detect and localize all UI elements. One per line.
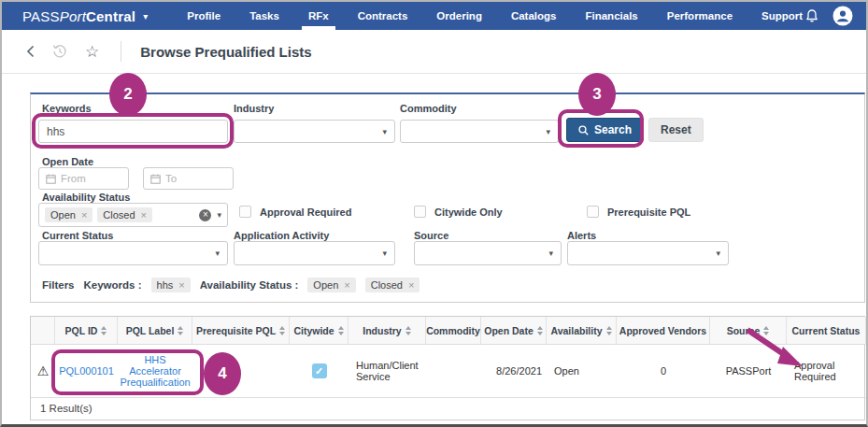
row-industry-cell: Human/Client Service [349,345,426,397]
step-4-badge: 4 [204,352,241,395]
chevron-down-icon: ▾ [382,127,387,136]
column-header-prerequisite-pql[interactable]: Prerequisite PQL [192,317,290,345]
commodity-select[interactable]: ▾ [400,120,559,143]
remove-chip-icon[interactable]: × [81,209,87,221]
nav-item-support[interactable]: Support [760,3,804,29]
clear-all-icon[interactable]: × [199,209,211,221]
sort-icon[interactable] [606,326,612,335]
citywide-checked-checkbox[interactable]: ✓ [312,363,327,378]
filters-title: Filters [42,279,75,291]
chevron-down-icon: ▾ [215,249,220,258]
open-date-to-input[interactable]: To [143,167,234,190]
nav-item-performance[interactable]: Performance [665,3,734,29]
logo-text-pass: PASS [22,8,60,24]
column-header-current-status[interactable]: Current Status [787,317,866,345]
filter-chip-open: Open × [307,278,355,292]
column-header-alert [31,317,55,345]
pql-label-link[interactable]: HHS Accelerator Prequalification [120,354,190,388]
results-count: 1 Result(s) [31,397,866,420]
column-header-availability[interactable]: Availability [547,317,617,345]
availability-status-label: Availability Status [42,192,130,203]
logo-dropdown-caret-icon[interactable]: ▾ [143,11,148,21]
title-toolbar: ☆ Browse Prequalified Lists [2,30,866,74]
current-status-label: Current Status [42,230,113,241]
pql-id-link[interactable]: PQL000101 [59,365,114,377]
sort-icon[interactable] [279,326,285,335]
logo-text-port: Port [60,8,86,24]
chip-label: Open [50,209,76,221]
sort-icon[interactable] [763,326,769,335]
column-header-pql-id[interactable]: PQL ID [55,317,118,345]
current-status-select[interactable]: ▾ [38,241,228,265]
approval-required-checkbox[interactable] [239,206,251,218]
passport-central-logo[interactable]: PASSPortCentral ▾ [22,8,148,24]
chip-label: Closed [371,279,403,291]
source-select[interactable]: ▾ [414,241,562,265]
industry-select[interactable]: ▾ [234,120,395,143]
column-header-commodity[interactable]: Commodity [426,317,481,345]
main-menu: Profile Tasks RFx Contracts Ordering Cat… [185,3,804,29]
chevron-down-icon: ▾ [546,127,550,136]
sort-icon[interactable] [537,326,543,335]
step-2-badge: 2 [109,73,147,116]
remove-chip-icon[interactable]: × [344,279,349,291]
nav-item-financials[interactable]: Financials [583,3,639,29]
row-citywide-cell: ✓ [290,345,349,397]
application-window: PASSPortCentral ▾ Profile Tasks RFx Cont… [0,0,868,427]
filters-keywords-label: Keywords : [84,279,142,291]
application-activity-select[interactable]: ▾ [234,241,395,265]
remove-chip-icon[interactable]: × [141,209,147,221]
nav-item-contracts[interactable]: Contracts [356,3,410,29]
notifications-bell-icon[interactable] [804,8,819,24]
history-icon[interactable] [52,44,67,59]
nav-item-profile[interactable]: Profile [185,3,222,29]
chevron-down-icon: ▾ [716,249,720,258]
approval-required-checkbox-row: Approval Required [239,206,351,218]
column-header-industry[interactable]: Industry [349,317,426,345]
keywords-input[interactable]: hhs [38,120,228,143]
favorite-star-icon[interactable]: ☆ [85,44,99,60]
sort-icon[interactable] [178,326,183,335]
back-icon[interactable] [26,45,35,58]
warning-icon: ⚠ [37,363,50,378]
row-availability-cell: Open [547,345,617,397]
availability-status-multiselect[interactable]: Open × Closed × × ▾ [38,203,228,227]
remove-chip-icon[interactable]: × [178,279,184,291]
prerequisite-pql-checkbox-row: Prerequisite PQL [587,206,690,218]
source-label: Source [414,230,448,241]
column-header-approved-vendors[interactable]: Approved Vendors [617,317,710,345]
industry-label: Industry [234,103,274,114]
nav-item-tasks[interactable]: Tasks [248,3,281,29]
commodity-label: Commodity [400,103,457,114]
column-header-source[interactable]: Source [710,317,787,345]
active-filters-row: Filters Keywords : hhs × Availability St… [42,278,420,292]
sort-icon[interactable] [406,326,411,335]
citywide-only-checkbox-row: Citywide Only [414,206,503,218]
chip-label: Closed [103,209,135,221]
reset-button-label: Reset [661,123,691,136]
row-pql-label-cell: HHS Accelerator Prequalification [118,345,192,397]
open-date-label: Open Date [42,156,93,167]
search-form-panel: Keywords hhs Industry ▾ Commodity ▾ Sear… [30,93,865,303]
column-header-open-date[interactable]: Open Date [481,317,547,345]
column-header-pql-label[interactable]: PQL Label [118,317,192,345]
column-header-citywide[interactable]: Citywide [290,317,349,345]
sort-icon[interactable] [101,326,107,335]
open-date-from-input[interactable]: From [38,167,129,190]
calendar-icon [150,174,161,184]
user-avatar[interactable] [832,6,853,26]
nav-item-ordering[interactable]: Ordering [434,3,484,29]
step-3-badge: 3 [578,73,616,116]
filter-chip-closed: Closed × [365,278,420,292]
navbar-right: Hhs I. [804,5,868,27]
chip-label: hhs [157,279,174,291]
reset-button[interactable]: Reset [648,118,704,142]
nav-item-catalogs[interactable]: Catalogs [509,3,559,29]
alerts-select[interactable]: ▾ [567,241,729,265]
sort-icon[interactable] [338,326,344,335]
remove-chip-icon[interactable]: × [408,279,414,291]
prerequisite-pql-checkbox[interactable] [587,206,599,218]
citywide-only-checkbox[interactable] [414,206,426,218]
search-button[interactable]: Search [566,118,644,142]
nav-item-rfx[interactable]: RFx [306,3,331,29]
